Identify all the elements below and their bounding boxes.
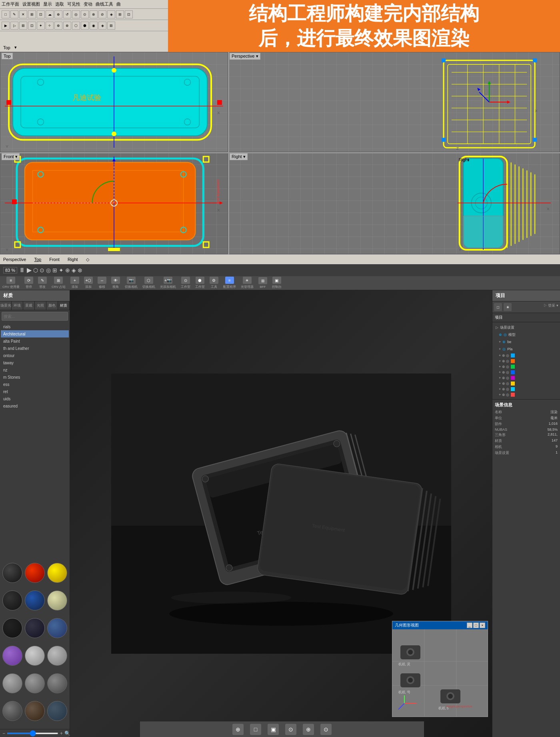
thumb-2[interactable]: 1PBR 材质 <box>24 563 45 583</box>
thumb-14[interactable]: Aluminum ... <box>24 673 45 693</box>
thumb-size-slider[interactable] <box>7 733 58 734</box>
label-front[interactable]: Front ▾ <box>2 153 20 160</box>
thumb-5[interactable]: 1PBR 材质 <box>24 590 45 610</box>
tool-studio[interactable]: ⊙ 工作室 <box>181 277 190 289</box>
toolbar-play-btn[interactable]: ▶ <box>27 266 32 274</box>
toolbar-btn-11[interactable]: ⊗ <box>90 10 98 18</box>
mini-popup-maximize[interactable]: □ <box>473 623 479 628</box>
toolbar-btn-13[interactable]: ◈ <box>107 10 115 18</box>
bottom-btn-4[interactable]: ⊙ <box>285 724 296 735</box>
toolbar-btn-26[interactable]: ◉ <box>90 22 98 30</box>
search-icon-small[interactable]: 🔍 <box>64 731 70 736</box>
toolbar-btn-12[interactable]: ⊘ <box>98 10 106 18</box>
label-right[interactable]: Right ▾ <box>230 153 248 160</box>
tool-switch-cam2[interactable]: ⬡ 切换相机 <box>142 277 155 289</box>
viewport-top-label[interactable]: Top <box>3 45 10 50</box>
viewport-perspective[interactable]: Z X <box>228 52 560 152</box>
zoom-plus[interactable]: + <box>60 731 63 736</box>
thumb-10[interactable]: A Little Lila... <box>2 646 23 666</box>
toolbar-btn-4[interactable]: ⊞ <box>28 10 36 18</box>
scene-item-colored-1[interactable]: + ⊕ ◎ <box>494 353 558 358</box>
mat-ess[interactable]: ess <box>1 381 69 388</box>
bottom-btn-3[interactable]: ▣ <box>268 724 279 735</box>
scene-item-colored-5[interactable]: + ⊕ ◎ <box>494 375 558 381</box>
thumb-1[interactable]: 1PBR 材质 <box>2 563 23 583</box>
menu-select[interactable]: 选取 <box>55 1 64 7</box>
toolbar-btn-3[interactable]: ✕ <box>19 10 27 18</box>
thumb-18[interactable]: Aluminum ... <box>47 701 68 721</box>
tool-switch-cam[interactable]: 📷 切换相机 <box>125 277 138 289</box>
toolbar-btn-5[interactable]: ⊡ <box>37 10 45 18</box>
label-perspective-top[interactable]: Perspective ▾ <box>230 53 260 60</box>
thumb-9[interactable]: 3油漆 <box>47 618 68 638</box>
tool-crv[interactable]: ≡ CRV 使用量 <box>2 277 20 289</box>
thumb-16[interactable]: Aluminum ... <box>2 701 23 721</box>
scene-item-colored-2[interactable]: + ⊕ ◎ <box>494 358 558 364</box>
tool-crv2[interactable]: ⊞ CRV 占站 <box>52 277 66 289</box>
mat-taway[interactable]: taway <box>1 359 69 366</box>
toolbar-icon-4[interactable]: ⊞ <box>52 267 57 273</box>
scene-tool-2[interactable]: ☀ <box>504 303 512 311</box>
menu-more[interactable]: 曲 <box>116 1 121 7</box>
toolbar-icon-1[interactable]: ⬡ <box>33 267 38 273</box>
toolbar-btn-9[interactable]: ◎ <box>72 10 80 18</box>
menu-display[interactable]: 显示 <box>43 1 52 7</box>
thumb-11[interactable]: Aluminum ... <box>24 646 45 666</box>
thumb-7[interactable]: 1塑胶 #2 <box>2 618 23 638</box>
label-top[interactable]: Top <box>2 53 13 59</box>
render-viewport[interactable]: Test Equipment <box>70 290 492 737</box>
status-perspective[interactable]: Perspective <box>3 257 26 262</box>
mat-ontour[interactable]: ontour <box>1 352 69 359</box>
scene-item-settings[interactable]: ▷ 场景设置 <box>494 324 558 331</box>
tab-lighting[interactable]: 光照 <box>35 301 46 310</box>
status-top[interactable]: Top <box>34 257 41 262</box>
toolbar-icon-2[interactable]: ⊙ <box>40 267 44 273</box>
toolbar-btn-8[interactable]: ↺ <box>63 10 71 18</box>
tool-edit[interactable]: ✎ 替改 <box>38 277 47 289</box>
thumb-17[interactable]: Aluminum ... <box>24 701 45 721</box>
tab-materials[interactable]: 材质 <box>58 301 70 310</box>
toolbar-btn-1[interactable]: □ <box>2 10 10 18</box>
mat-mstones[interactable]: m Stones <box>1 374 69 381</box>
tool-add2[interactable]: +⬡ 添加 <box>84 277 93 289</box>
material-search[interactable] <box>2 312 68 321</box>
status-right[interactable]: Right <box>68 257 78 262</box>
bottom-btn-2[interactable]: □ <box>250 724 261 735</box>
tool-studio2[interactable]: ⬢ 工作室 <box>195 277 205 289</box>
toolbar-btn-6[interactable]: ☁ <box>46 10 54 18</box>
tool-move[interactable]: ↔ 修移 <box>98 277 106 289</box>
tool-bff[interactable]: ⊞ BFF <box>258 277 267 289</box>
viewport-front[interactable]: Test Equipment Y X <box>0 152 228 254</box>
toolbar-icon-7[interactable]: ◈ <box>72 267 76 273</box>
bottom-btn-5[interactable]: ⊕ <box>303 724 314 735</box>
toolbar-btn-25[interactable]: ⬢ <box>81 22 89 30</box>
thumb-6[interactable]: 1金属 #1 <box>47 590 68 610</box>
tool-add-cam[interactable]: +📷 光添加相机 <box>160 277 176 289</box>
scene-item-eye1[interactable]: ⊕ ◎ 模型 <box>494 331 558 338</box>
scene-item-be[interactable]: + ⊕ be <box>494 338 558 345</box>
toolbar-btn-2[interactable]: ✎ <box>10 10 18 18</box>
toolbar-btn-7[interactable]: ⊕ <box>54 10 62 18</box>
viewport-right[interactable]: Y X Right ▾ <box>228 152 560 254</box>
mini-popup-minimize[interactable]: _ <box>467 623 472 628</box>
scene-render-btn[interactable]: ▷ 登采 ▾ <box>544 303 558 311</box>
toolbar-icon-6[interactable]: ⊕ <box>65 267 70 273</box>
toolbar-btn-17[interactable]: ▷ <box>10 22 18 30</box>
toolbar-icon-3[interactable]: ◎ <box>46 267 51 273</box>
scene-item-colored-8[interactable]: + ⊕ ◎ <box>494 392 558 398</box>
mini-popup-close[interactable]: × <box>480 623 485 628</box>
toolbar-btn-28[interactable]: ⊞ <box>107 22 115 30</box>
menu-transform[interactable]: 变动 <box>84 1 92 7</box>
toolbar-icon-8[interactable]: ⊗ <box>78 267 82 273</box>
toolbar-btn-18[interactable]: ⊞ <box>19 22 27 30</box>
bottom-btn-6[interactable]: ⊙ <box>320 724 332 735</box>
scene-item-colored-6[interactable]: + ⊕ ◎ <box>494 381 558 386</box>
menu-setview[interactable]: 设置视图 <box>22 1 40 7</box>
bottom-btn-1[interactable]: ⊕ <box>232 724 244 735</box>
toolbar-btn-19[interactable]: ⊡ <box>28 22 36 30</box>
zoom-minus[interactable]: − <box>2 731 5 736</box>
toolbar-btn-22[interactable]: ⊕ <box>54 22 62 30</box>
mat-easured[interactable]: easured <box>1 402 69 410</box>
tab-env[interactable]: 环境 <box>12 301 23 310</box>
scene-item-pla[interactable]: + ◎ Pla <box>494 345 558 353</box>
